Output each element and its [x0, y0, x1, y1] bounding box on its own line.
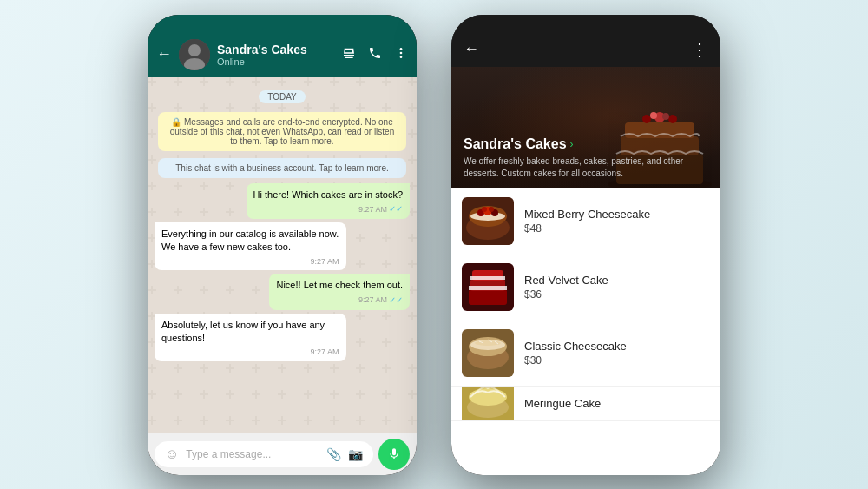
catalog-item-2[interactable]: Red Velvet Cake $36 [451, 254, 720, 320]
header-action-icons [342, 46, 408, 63]
catalog-body: Mixed Berry Cheesecake $48 [451, 188, 720, 475]
catalog-business-name[interactable]: Sandra's Cakes [464, 136, 567, 152]
mic-button[interactable] [378, 439, 410, 470]
store-icon[interactable] [342, 46, 356, 63]
svg-point-10 [642, 115, 651, 123]
product-info-2: Red Velvet Cake $36 [524, 274, 710, 301]
message-text: Nice!! Let me check them out. [276, 280, 403, 290]
message-sent-2: Nice!! Let me check them out. 9:27 AM ✓✓ [269, 274, 410, 309]
svg-point-23 [489, 207, 494, 212]
catalog-item-1[interactable]: Mixed Berry Cheesecake $48 [451, 188, 720, 254]
message-time: 9:27 AM [161, 256, 339, 268]
message-received-1: Everything in our catalog is available n… [155, 222, 346, 270]
svg-point-13 [650, 112, 657, 119]
svg-point-3 [400, 48, 403, 50]
read-receipt: ✓✓ [389, 203, 403, 215]
emoji-icon[interactable]: ☺ [165, 446, 179, 462]
catalog-phone: ← ⋮ [451, 15, 720, 475]
message-time: 9:27 AM ✓✓ [253, 203, 403, 215]
catalog-item-4[interactable]: Meringue Cake [451, 387, 720, 421]
chat-header-info: Sandra's Cakes Online [217, 43, 335, 67]
catalog-header: ← ⋮ [451, 32, 720, 67]
message-received-2: Absolutely, let us know if you have any … [155, 314, 346, 361]
call-icon[interactable] [368, 46, 382, 63]
product-image-1 [462, 197, 514, 245]
catalog-description: We offer freshly baked breads, cakes, pa… [464, 155, 708, 180]
message-text: Hi there! Which cakes are in stock? [253, 189, 403, 200]
date-badge: TODAY [155, 88, 410, 103]
product-info-4: Meringue Cake [524, 397, 710, 410]
back-button[interactable]: ← [156, 45, 172, 63]
message-time: 9:27 AM ✓✓ [276, 294, 403, 307]
product-name-3: Classic Cheesecake [524, 340, 710, 353]
product-image-3 [462, 329, 514, 377]
catalog-item-3[interactable]: Classic Cheesecake $30 [451, 320, 720, 387]
svg-point-40 [469, 388, 507, 406]
chat-input-bar: ☺ Type a message... 📎 📷 [148, 433, 417, 475]
product-price-2: $36 [524, 288, 710, 301]
svg-rect-28 [469, 286, 507, 290]
product-name-4: Meringue Cake [524, 397, 710, 410]
svg-rect-25 [469, 289, 507, 305]
catalog-title-chevron: › [570, 138, 574, 150]
svg-rect-29 [470, 276, 505, 280]
product-name-1: Mixed Berry Cheesecake [524, 208, 710, 221]
attach-icon[interactable]: 📎 [326, 447, 341, 461]
read-receipt: ✓✓ [389, 294, 403, 307]
svg-point-4 [400, 51, 403, 54]
chat-phone: ← Sandra's Cakes Online [148, 15, 417, 475]
svg-point-14 [662, 113, 669, 120]
product-price-1: $48 [524, 222, 710, 235]
product-name-2: Red Velvet Cake [524, 274, 710, 287]
message-input[interactable]: Type a message... [186, 448, 319, 460]
more-options-icon[interactable] [394, 46, 408, 63]
message-input-wrap[interactable]: ☺ Type a message... 📎 📷 [155, 441, 373, 467]
message-time: 9:27 AM [161, 347, 339, 358]
encryption-notice[interactable]: 🔒 Messages and calls are end-to-end encr… [158, 112, 406, 151]
chat-body: TODAY 🔒 Messages and calls are end-to-en… [148, 77, 417, 433]
svg-point-1 [188, 44, 201, 56]
status-bar-2 [451, 15, 720, 32]
contact-name: Sandra's Cakes [217, 43, 335, 56]
product-image-4 [462, 387, 514, 421]
status-bar-1 [148, 15, 417, 32]
camera-icon[interactable]: 📷 [348, 447, 363, 461]
product-price-3: $30 [524, 354, 710, 367]
svg-point-22 [482, 207, 487, 212]
business-notice[interactable]: This chat is with a business account. Ta… [158, 158, 406, 178]
catalog-more-icon[interactable]: ⋮ [691, 39, 708, 60]
catalog-hero: Sandra's Cakes › We offer freshly baked … [451, 67, 720, 188]
message-text: Everything in our catalog is available n… [161, 228, 339, 252]
svg-point-5 [400, 56, 403, 58]
svg-point-12 [668, 115, 677, 123]
message-sent-1: Hi there! Which cakes are in stock? 9:27… [247, 183, 410, 219]
contact-status: Online [217, 56, 335, 67]
product-info-3: Classic Cheesecake $30 [524, 340, 710, 367]
chat-header: ← Sandra's Cakes Online [148, 32, 417, 77]
message-text: Absolutely, let us know if you have any … [161, 320, 325, 343]
avatar[interactable] [179, 39, 210, 70]
catalog-back-button[interactable]: ← [464, 40, 479, 58]
product-info-1: Mixed Berry Cheesecake $48 [524, 208, 710, 235]
product-image-2 [462, 263, 514, 311]
